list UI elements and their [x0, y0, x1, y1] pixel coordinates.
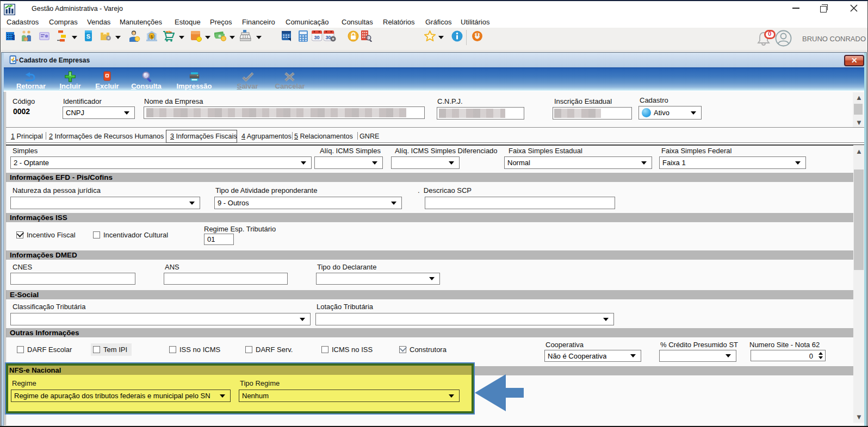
svg-text:$: $: [151, 34, 153, 39]
svg-text:S: S: [86, 33, 90, 40]
svg-text:30: 30: [325, 35, 331, 40]
svg-text:30: 30: [314, 35, 319, 40]
